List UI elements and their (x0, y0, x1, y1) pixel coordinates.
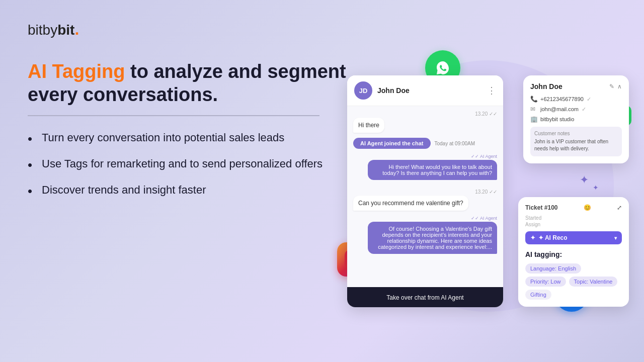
message-row: 13.20 ✓✓ Hi there (353, 111, 497, 133)
company-value: bitbybit studio (540, 116, 574, 122)
sparkle-icon: ✦ (530, 234, 535, 241)
message-time: 13.20 ✓✓ (353, 189, 497, 195)
tag[interactable]: Priority: Low (525, 277, 566, 287)
sparkle-icon-small: ✦ (593, 184, 599, 192)
chat-panel: JD John Doe ⋮ 13.20 ✓✓ Hi there AI Agent… (347, 75, 503, 307)
message-time: 13.20 ✓✓ (353, 111, 497, 117)
email-field: ✉ john@mail.com ✓ (530, 106, 622, 113)
ai-tagging-title: AI tagging: (525, 250, 622, 258)
sparkle-icon-large: ✦ (580, 173, 589, 187)
started-label: Started (525, 215, 622, 221)
phone-value: +6212345677890 (540, 96, 584, 102)
list-item: Discover trends and insight faster (28, 183, 350, 198)
company-icon: 🏢 (530, 116, 537, 123)
list-item: Use Tags for remarketing and to send per… (28, 156, 350, 171)
tag[interactable]: Language: English (525, 263, 581, 274)
phone-field: 📞 +6212345677890 ✓ (530, 96, 622, 103)
share-icon[interactable]: ⤢ (617, 204, 622, 211)
ai-joined-time: Today at 09:00AM (435, 141, 475, 146)
logo-bit2: bit (57, 22, 74, 38)
notes-text: John is a VIP customer that often needs … (534, 138, 618, 152)
ai-reco-label: ✦ AI Reco (538, 234, 568, 241)
email-verify-icon: ✓ (582, 106, 586, 113)
info-name-row: John Doe ✎ ∧ (530, 82, 622, 90)
message-bubble: Can you recommend me valentine gift? (353, 196, 468, 211)
message-row: ✓✓ AI Agent Of course! Choosing a Valent… (353, 216, 497, 254)
assigned-label: Assign (525, 222, 622, 227)
tag[interactable]: Gifting (525, 290, 551, 300)
chat-footer[interactable]: Take over chat from AI Agent (347, 287, 503, 307)
message-row: 13.20 ✓✓ Can you recommend me valentine … (353, 189, 497, 211)
tag[interactable]: Topic: Valentine (569, 277, 618, 287)
contact-name: John Doe (377, 86, 487, 95)
message-bubble: Hi there! What would you like to talk ab… (368, 160, 497, 180)
chevron-down-icon: ▾ (614, 235, 617, 241)
ai-joined-notice: AI Agent joined the chat Today at 09:00A… (353, 138, 497, 149)
notes-label: Customer notes (534, 131, 618, 136)
ticket-row: Ticket #100 😊 ⤢ (525, 204, 622, 211)
phone-verify-icon: ✓ (587, 96, 591, 103)
divider (28, 115, 319, 116)
ai-label: ✓✓ AI Agent (353, 154, 497, 159)
email-icon: ✉ (530, 106, 537, 113)
logo-bit1: bit (28, 22, 43, 38)
logo-dot: . (74, 20, 79, 38)
tagging-panel: Ticket #100 😊 ⤢ Started Assign ✦ ✦ AI Re… (518, 197, 629, 307)
message-bubble: Of course! Choosing a Valentine's Day gi… (368, 222, 497, 254)
headline: AI Tagging to analyze and segment every … (28, 60, 350, 106)
list-item: Turn every conversation into potential s… (28, 130, 350, 145)
message-row: ✓✓ AI Agent Hi there! What would you lik… (353, 154, 497, 180)
customer-name: John Doe (530, 82, 562, 90)
message-bubble: Hi there (353, 118, 384, 133)
company-field: 🏢 bitbybit studio (530, 116, 622, 123)
phone-icon: 📞 (530, 96, 537, 103)
info-panel: John Doe ✎ ∧ 📞 +6212345677890 ✓ ✉ john@m… (523, 75, 629, 163)
logo: bitbybit. (28, 20, 79, 39)
logo-by: by (43, 22, 58, 38)
headline-highlight: AI Tagging (28, 61, 125, 82)
collapse-icon[interactable]: ∧ (617, 83, 622, 90)
left-content: AI Tagging to analyze and segment every … (28, 60, 350, 208)
take-over-button[interactable]: Take over chat from AI Agent (386, 294, 463, 301)
ticket-label: Ticket #100 (525, 204, 558, 211)
ai-label: ✓✓ AI Agent (353, 216, 497, 221)
ai-joined-badge: AI Agent joined the chat (353, 138, 431, 149)
edit-icon[interactable]: ✎ (609, 83, 614, 90)
menu-icon[interactable]: ⋮ (487, 85, 496, 96)
avatar: JD (354, 81, 372, 100)
ticket-emoji: 😊 (584, 204, 591, 211)
bullet-list: Turn every conversation into potential s… (28, 130, 350, 197)
chat-header: JD John Doe ⋮ (347, 75, 503, 106)
tags-container: Language: English Priority: Low Topic: V… (525, 263, 622, 300)
customer-notes: Customer notes John is a VIP customer th… (530, 127, 622, 156)
chat-body: 13.20 ✓✓ Hi there AI Agent joined the ch… (347, 106, 503, 287)
right-area: f API ✦ ✦ JD John Doe ⋮ 13.20 ✓✓ Hi ther… (332, 45, 634, 337)
ai-reco-dropdown[interactable]: ✦ ✦ AI Reco ▾ (525, 231, 622, 244)
email-value: john@mail.com (540, 106, 579, 112)
